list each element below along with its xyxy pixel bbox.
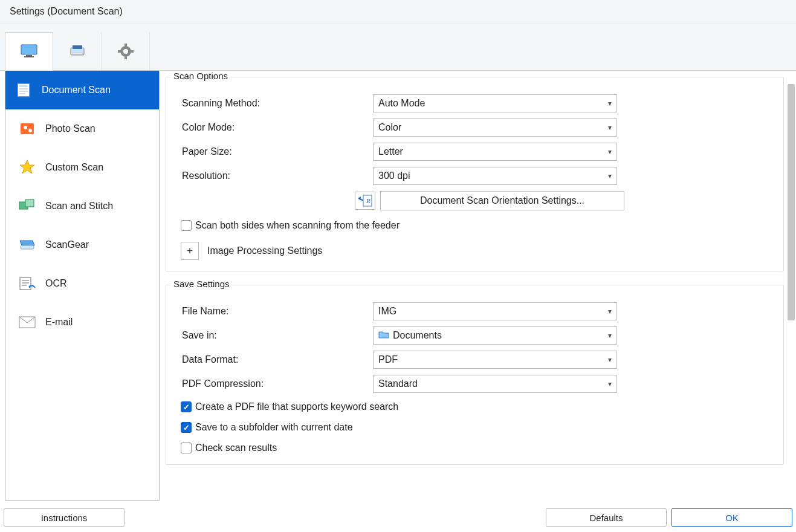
photo-scan-icon: [18, 119, 37, 138]
scanner-icon: [68, 42, 87, 61]
svg-rect-10: [118, 50, 121, 53]
save-in-value: Documents: [393, 330, 442, 341]
sidebar-item-label: Scan and Stitch: [45, 201, 113, 212]
pdf-compression-label: PDF Compression:: [180, 378, 373, 389]
sidebar-item-ocr[interactable]: OCR: [5, 264, 159, 303]
data-format-label: Data Format:: [180, 354, 373, 365]
sidebar-item-email[interactable]: E-mail: [5, 303, 159, 342]
resolution-select[interactable]: 300 dpi ▾: [373, 167, 617, 185]
sidebar-item-label: ScanGear: [45, 239, 89, 250]
chevron-down-icon: ▾: [608, 172, 612, 180]
checkbox-checked-icon: ✓: [181, 401, 192, 412]
scanning-method-select[interactable]: Auto Mode ▾: [373, 94, 617, 112]
resolution-label: Resolution:: [180, 170, 373, 181]
color-mode-label: Color Mode:: [180, 122, 373, 133]
top-tab-settings[interactable]: [102, 32, 150, 71]
top-tabs: [0, 24, 796, 71]
orientation-icon-button[interactable]: R: [355, 192, 375, 210]
svg-text:R: R: [366, 197, 370, 204]
check-scan-results-checkbox[interactable]: Check scan results: [181, 443, 770, 453]
top-tab-computer[interactable]: [5, 32, 53, 71]
sidebar-item-scangear[interactable]: ScanGear: [5, 225, 159, 264]
chevron-down-icon: ▾: [608, 123, 612, 132]
color-mode-select[interactable]: Color ▾: [373, 118, 617, 137]
svg-rect-13: [19, 85, 28, 87]
scan-stitch-icon: [18, 196, 37, 216]
file-name-value: IMG: [378, 306, 396, 317]
instructions-button[interactable]: Instructions: [4, 508, 125, 527]
sidebar: Document Scan Photo Scan Custom Scan Sca…: [5, 71, 160, 501]
file-name-label: File Name:: [180, 306, 373, 317]
check-scan-results-label: Check scan results: [195, 443, 277, 453]
chevron-down-icon: ▾: [608, 307, 612, 316]
sidebar-item-label: Custom Scan: [45, 162, 103, 173]
paper-size-select[interactable]: Letter ▾: [373, 143, 617, 161]
svg-point-19: [28, 129, 32, 132]
checkbox-checked-icon: ✓: [181, 422, 192, 433]
sidebar-item-scan-stitch[interactable]: Scan and Stitch: [5, 187, 159, 225]
scanning-method-value: Auto Mode: [378, 98, 425, 109]
sidebar-item-label: E-mail: [45, 317, 73, 328]
pdf-keyword-checkbox[interactable]: ✓ Create a PDF file that supports keywor…: [181, 401, 770, 412]
defaults-button[interactable]: Defaults: [546, 508, 667, 527]
svg-rect-8: [125, 44, 127, 47]
scan-both-sides-checkbox[interactable]: Scan both sides when scanning from the f…: [181, 220, 770, 231]
main: Document Scan Photo Scan Custom Scan Sca…: [0, 70, 796, 503]
custom-scan-icon: [18, 158, 37, 177]
gear-icon: [116, 42, 135, 61]
svg-rect-2: [24, 56, 34, 57]
chevron-down-icon: ▾: [608, 148, 612, 156]
sidebar-item-label: Photo Scan: [45, 123, 95, 134]
file-name-select[interactable]: IMG ▾: [373, 302, 617, 320]
svg-rect-4: [73, 45, 82, 49]
svg-rect-5: [72, 50, 83, 53]
sidebar-item-label: OCR: [45, 278, 67, 289]
sidebar-item-document-scan[interactable]: Document Scan: [5, 71, 159, 109]
vertical-scrollbar[interactable]: [786, 71, 796, 503]
svg-rect-17: [21, 123, 34, 134]
scangear-icon: [18, 235, 37, 255]
scan-both-sides-label: Scan both sides when scanning from the f…: [195, 220, 400, 231]
ok-button[interactable]: OK: [671, 508, 792, 527]
color-mode-value: Color: [378, 122, 401, 133]
chevron-down-icon: ▾: [608, 99, 612, 108]
save-settings-title: Save Settings: [171, 279, 232, 289]
svg-rect-23: [21, 245, 34, 249]
monitor-icon: [19, 42, 39, 61]
subfolder-checkbox[interactable]: ✓ Save to a subfolder with current date: [181, 422, 770, 433]
chevron-down-icon: ▾: [608, 355, 612, 364]
save-in-label: Save in:: [180, 330, 373, 341]
content-pane: Scan Options Scanning Method: Auto Mode …: [160, 71, 786, 503]
pdf-compression-select[interactable]: Standard ▾: [373, 375, 617, 393]
orientation-settings-button[interactable]: Document Scan Orientation Settings...: [380, 191, 624, 210]
email-icon: [18, 313, 37, 332]
document-scan-icon: [14, 80, 33, 100]
paper-size-value: Letter: [378, 146, 403, 157]
resolution-value: 300 dpi: [378, 170, 410, 181]
data-format-value: PDF: [378, 354, 398, 365]
sidebar-item-custom-scan[interactable]: Custom Scan: [5, 148, 159, 187]
scanning-method-label: Scanning Method:: [180, 98, 373, 109]
sidebar-item-photo-scan[interactable]: Photo Scan: [5, 109, 159, 148]
svg-rect-0: [21, 45, 37, 54]
save-in-select[interactable]: Documents ▾: [373, 326, 617, 345]
image-processing-expand-button[interactable]: +: [181, 242, 199, 260]
svg-rect-16: [19, 93, 25, 94]
pdf-keyword-label: Create a PDF file that supports keyword …: [195, 401, 398, 412]
top-tab-scanner[interactable]: [53, 32, 102, 71]
chevron-down-icon: ▾: [608, 380, 612, 388]
scrollbar-thumb[interactable]: [788, 84, 795, 320]
subfolder-label: Save to a subfolder with current date: [195, 422, 353, 433]
svg-rect-22: [25, 199, 34, 207]
svg-rect-15: [19, 91, 28, 92]
scan-options-group: Scan Options Scanning Method: Auto Mode …: [166, 77, 784, 271]
svg-point-7: [123, 49, 128, 54]
pdf-compression-value: Standard: [378, 378, 418, 389]
svg-rect-9: [125, 56, 127, 59]
svg-rect-11: [131, 50, 134, 53]
ocr-icon: [18, 274, 37, 293]
save-settings-group: Save Settings File Name: IMG ▾ Save in:: [166, 285, 784, 465]
svg-marker-20: [20, 160, 34, 174]
svg-rect-24: [20, 277, 31, 290]
data-format-select[interactable]: PDF ▾: [373, 351, 617, 369]
